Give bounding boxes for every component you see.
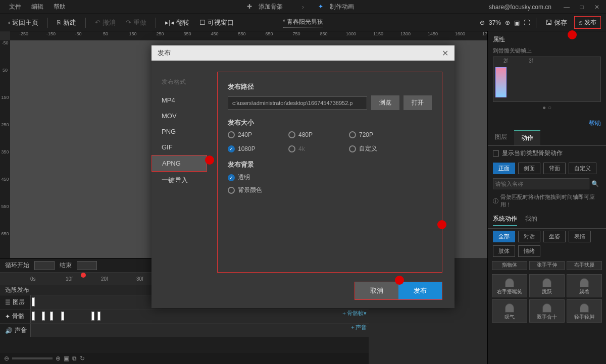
path-title: 发布路径 — [228, 82, 432, 91]
size-240P[interactable]: 240P — [228, 131, 288, 138]
path-input[interactable] — [228, 96, 367, 110]
format-heading: 发布格式 — [152, 76, 207, 88]
browse-button[interactable]: 浏览 — [371, 95, 399, 110]
format-apng[interactable]: APNG — [152, 155, 207, 172]
open-button[interactable]: 打开 — [403, 95, 432, 110]
size-4k: 4k — [288, 144, 349, 153]
size-title: 发布大小 — [228, 118, 432, 127]
size-自定义[interactable]: 自定义 — [349, 144, 410, 153]
cancel-button[interactable]: 取消 — [355, 282, 398, 299]
publish-modal: 发布 ✕ 发布格式 MP4MOVPNGGIFAPNG一键导入 发布路径 浏览 打… — [152, 45, 454, 308]
modal-close-icon[interactable]: ✕ — [442, 48, 448, 58]
size-480P[interactable]: 480P — [288, 131, 349, 138]
bg-透明[interactable]: 透明 — [228, 173, 432, 182]
size-720P[interactable]: 720P — [349, 131, 410, 138]
modal-publish-button[interactable]: 发布 — [398, 282, 442, 299]
highlight-dot — [205, 155, 214, 165]
format-gif[interactable]: GIF — [152, 139, 207, 155]
bg-背景颜色[interactable]: 背景颜色 — [228, 186, 432, 194]
highlight-dot — [395, 276, 404, 285]
modal-title: 发布 — [158, 48, 171, 58]
size-1080P[interactable]: 1080P — [228, 144, 288, 153]
format-mov[interactable]: MOV — [152, 108, 207, 124]
format-一键导入[interactable]: 一键导入 — [152, 172, 207, 189]
bg-title: 发布背景 — [228, 160, 432, 169]
format-png[interactable]: PNG — [152, 124, 207, 139]
highlight-dot — [568, 30, 577, 39]
format-mp4[interactable]: MP4 — [152, 92, 207, 108]
highlight-dot — [437, 220, 446, 229]
